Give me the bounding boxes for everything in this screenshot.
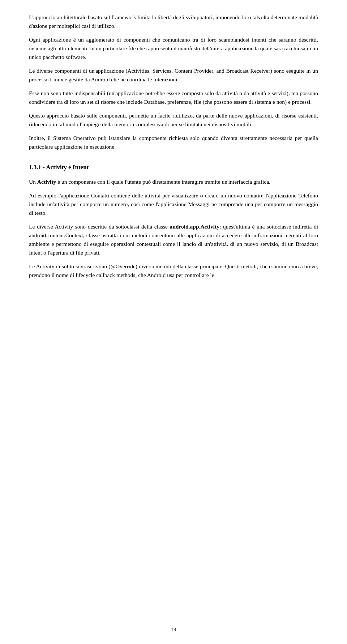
paragraph-2: Ogni applicazione è un agglomerato di co… xyxy=(29,35,318,61)
paragraph-5: Questo approccio basato sulle componenti… xyxy=(29,111,318,129)
section-heading-1-3-1: 1.3.1 - Activity e Intent xyxy=(29,163,318,172)
page-container: L'approccio architetturale basato sul fr… xyxy=(0,0,347,644)
paragraph-4: Esse non sono tutte indispensabili (un'a… xyxy=(29,89,318,106)
section-p1-text-2: è un componente con il quale l'utente pu… xyxy=(56,179,270,185)
section-p1-text-1: Un xyxy=(29,179,37,185)
section-paragraph-4: Le Activity di solito sovrascrivono (@Ov… xyxy=(29,262,318,280)
page-number: 19 xyxy=(171,626,176,634)
section-p3-classname-bold: android.app.Activity xyxy=(170,223,219,230)
section-paragraph-1: Un Activity è un componente con il quale… xyxy=(29,178,318,186)
section-p3-text-1: Le diverse Activity sono descritte da so… xyxy=(29,223,170,230)
paragraph-3: Le diverse componenti di un'applicazione… xyxy=(29,67,318,84)
section-paragraph-3: Le diverse Activity sono descritte da so… xyxy=(29,222,318,257)
section-paragraph-2: Ad esempio l'applicazione Contatti conti… xyxy=(29,191,318,217)
paragraph-1: L'approccio architetturale basato sul fr… xyxy=(29,13,318,30)
section-p1-activity-bold: Activity xyxy=(37,179,56,185)
paragraph-6: Inoltre, il Sistema Operativo può istanz… xyxy=(29,134,318,151)
